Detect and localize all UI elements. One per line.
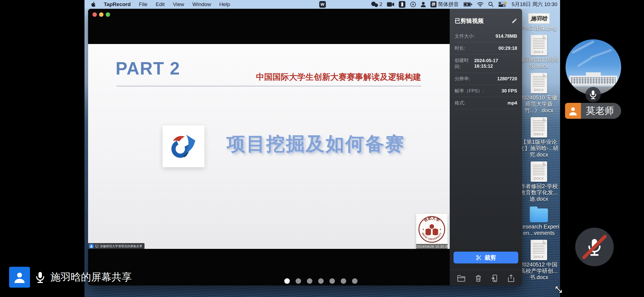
control-center-icon[interactable] — [498, 2, 507, 7]
menu-item-window[interactable]: Window — [192, 1, 211, 7]
resize-cursor — [555, 285, 563, 294]
play-status-icon[interactable] — [410, 1, 416, 7]
sharer-avatar — [9, 267, 30, 288]
battery-icon[interactable] — [463, 2, 472, 7]
wechat-icon — [371, 1, 378, 7]
png-preview-icon: 施羽晗 — [528, 13, 550, 24]
row-label: 创建时间: — [455, 57, 474, 70]
page-dot[interactable] — [352, 278, 358, 284]
page-dot[interactable] — [341, 278, 346, 284]
export-to-device-button[interactable] — [490, 273, 499, 283]
wifi-icon[interactable] — [477, 2, 484, 7]
slide-divider-line — [117, 86, 421, 86]
cloud-streak — [572, 41, 594, 54]
contest-swirl-logo — [167, 130, 200, 163]
docx-badge: DOCX — [531, 177, 547, 180]
apple-menu-icon[interactable] — [91, 2, 95, 7]
desktop-icon-png-image[interactable]: 施羽晗 PNG 图像.png — [521, 13, 556, 31]
info-row-duration: 时长: 00:29:18 — [455, 42, 517, 54]
desktop-icon-20240510-doc[interactable]: DOCX 20240510 安徽师范大学聂竹...》.docx — [518, 73, 560, 114]
close-window-button[interactable] — [92, 12, 97, 17]
wechat-unread-count: 2 — [380, 1, 383, 7]
desktop-icon-label: 20240510 安徽师范大学聂竹...》.docx — [518, 95, 560, 114]
mic-on-icon — [589, 90, 597, 100]
desktop-icon-weekly-report[interactable]: DOCX 施羽晗第12周周报.docx — [518, 35, 560, 69]
panel-title: 已剪辑视频 — [455, 17, 484, 25]
menu-item-view[interactable]: View — [173, 1, 184, 7]
cloud-streak — [591, 49, 612, 58]
person-icon — [568, 106, 578, 116]
wps-app-icon[interactable]: W — [319, 1, 326, 8]
row-label: 时长: — [455, 45, 465, 51]
wechat-status[interactable]: 2 — [371, 1, 383, 7]
shared-screen: TapRecord File Edit View Window Help W 2 — [84, 0, 560, 297]
desktop-icon-thesis-doc[interactable]: DOCX 【第1版毕业论文】施羽晗-...研究.docx — [518, 117, 560, 158]
hefei-university-seal: 合肥大学 HEFEI UNIVERSITY — [417, 215, 446, 244]
video-preview-area[interactable]: PART 2 中国国际大学生创新大赛赛事解读及逻辑构建 项目挖掘及如何备赛 — [88, 9, 450, 285]
info-row-format: 格式: mp4 — [455, 97, 517, 109]
recorded-share-label: 安徽师范大学管理员的屏幕共享 — [100, 244, 142, 248]
page-dot[interactable] — [296, 278, 301, 284]
input-method-status[interactable]: 拼 简体拼音 — [430, 1, 459, 8]
participant-name: 莫老师 — [581, 103, 621, 119]
page-dot[interactable] — [318, 278, 324, 284]
row-label: 帧率（FPS）: — [455, 88, 484, 94]
window-controls — [92, 12, 110, 17]
panel-divider — [450, 270, 522, 270]
taprecord-window: PART 2 中国国际大学生创新大赛赛事解读及逻辑构建 项目挖掘及如何备赛 — [88, 9, 522, 285]
panel-toolbar — [452, 273, 519, 283]
minimize-window-button[interactable] — [99, 12, 103, 17]
participant-avatar — [565, 103, 581, 119]
menu-item-file[interactable]: File — [139, 1, 148, 7]
video-info-panel: 已剪辑视频 文件大小: 914.78MB 时长: 00:29:18 创建时间: … — [450, 9, 522, 285]
docx-file-icon: DOCX — [531, 73, 547, 93]
desktop-icon-label: 作者修回2-学校教育数字化发...迪.docx — [518, 183, 560, 202]
macos-menu-bar: TapRecord File Edit View Window Help W 2 — [84, 0, 560, 9]
row-value: 2024-05-17 16:15:12 — [474, 58, 517, 69]
page-dot[interactable] — [329, 278, 335, 284]
participant-name-tag: 莫老师 — [565, 103, 621, 119]
page-dot[interactable] — [307, 278, 312, 284]
microphone-muted-button[interactable] — [575, 228, 614, 266]
menu-item-help[interactable]: Help — [219, 1, 230, 7]
row-value: mp4 — [507, 100, 517, 106]
user-status-icon[interactable] — [421, 2, 426, 7]
info-row-created: 创建时间: 2024-05-17 16:15:12 — [455, 54, 517, 73]
desktop-icon-research-folder[interactable]: Research Experien...vements — [518, 206, 560, 236]
row-label: 格式: — [455, 100, 465, 106]
open-folder-button[interactable] — [456, 274, 466, 283]
desktop-icon-label: Research Experien...vements — [518, 224, 560, 236]
zoom-window-button[interactable] — [106, 12, 110, 17]
contest-logo-card — [163, 125, 204, 167]
row-label: 分辨率: — [455, 76, 470, 82]
page-dot-active[interactable] — [284, 278, 290, 284]
camera-status-icon[interactable] — [387, 2, 394, 7]
row-value: 00:29:18 — [498, 46, 517, 51]
video-timestamp: 2024/04/28 15:30:39 — [416, 244, 447, 249]
crop-button[interactable]: 裁剪 — [454, 252, 518, 263]
rename-pencil-icon[interactable] — [512, 18, 517, 24]
delete-button[interactable] — [474, 273, 483, 283]
notes-app-icon[interactable] — [399, 1, 405, 8]
page-indicator — [284, 278, 358, 284]
desktop-icon-revision-doc[interactable]: DOCX 作者修回2-学校教育数字化发...迪.docx — [518, 161, 560, 202]
slide-subtitle: 中国国际大学生创新大赛赛事解读及逻辑构建 — [256, 72, 421, 83]
desktop-icon-20240512-doc[interactable]: DOCX 20240512 中国高校产学研创...书.docx — [518, 240, 560, 280]
row-value: 914.78MB — [496, 34, 517, 39]
info-row-fps: 帧率（FPS）: 30 FPS — [455, 85, 517, 97]
info-row-filesize: 文件大小: 914.78MB — [455, 30, 517, 42]
spotlight-search-icon[interactable] — [488, 2, 494, 7]
desktop-icon-label: 【第1版毕业论文】施羽晗-...研究.docx — [518, 139, 560, 158]
info-row-resolution: 分辨率: 1280*720 — [455, 73, 517, 85]
menu-item-edit[interactable]: Edit — [155, 1, 165, 7]
university-logo-card: 合肥大学 HEFEI UNIVERSITY 2024/04/28 15:30:3… — [416, 214, 447, 249]
desktop-icon-label: 施羽晗第12周周报.docx — [518, 57, 560, 69]
desktop-icon-label: 20240512 中国高校产学研创...书.docx — [518, 262, 560, 280]
menubar-clock[interactable]: 5月18日 周六 10:30 — [512, 1, 557, 8]
share-button[interactable] — [506, 273, 516, 283]
row-label: 文件大小: — [455, 33, 475, 39]
docx-file-icon: DOCX — [531, 161, 547, 182]
menu-app-name[interactable]: TapRecord — [104, 1, 131, 7]
participant-video-bubble[interactable] — [566, 39, 621, 95]
docx-badge: DOCX — [531, 50, 547, 54]
